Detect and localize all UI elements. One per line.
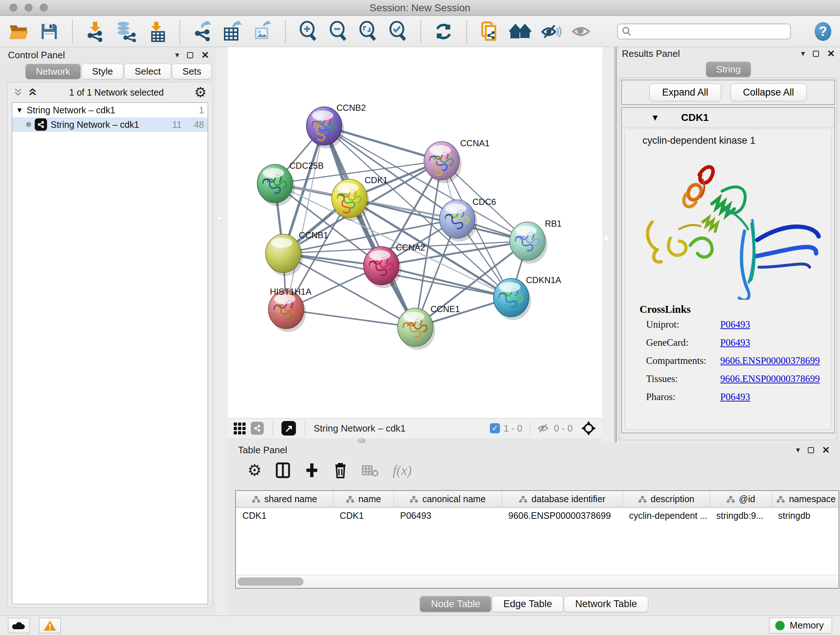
node-HIST1H1A[interactable]: HIST1H1A bbox=[268, 287, 311, 332]
maximize-panel-icon[interactable] bbox=[808, 447, 814, 453]
maximize-panel-icon[interactable] bbox=[187, 52, 193, 58]
import-network-database-button[interactable] bbox=[115, 20, 137, 43]
tab-edge-table[interactable]: Edge Table bbox=[492, 596, 563, 612]
table-cell[interactable]: 9606.ENSP00000378699 bbox=[502, 508, 622, 524]
column-header-description[interactable]: description bbox=[622, 491, 710, 507]
network-canvas[interactable]: CCNB2CCNA1CDC25BCDK1CDC6RB1CCNB1CCNA2CDK… bbox=[228, 47, 602, 418]
close-panel-icon[interactable]: ✕ bbox=[201, 50, 209, 61]
close-window-icon[interactable] bbox=[9, 4, 17, 11]
refresh-layout-button[interactable] bbox=[433, 20, 454, 43]
column-header-database-identifier[interactable]: database identifier bbox=[502, 491, 622, 507]
selected-counts: 1 - 0 bbox=[504, 423, 523, 434]
table-options-gear-icon[interactable]: ⚙ bbox=[248, 462, 262, 478]
zoom-fit-button[interactable] bbox=[358, 20, 378, 43]
table-cell[interactable]: CDK1 bbox=[333, 508, 393, 524]
node-CCNB2[interactable]: CCNB2 bbox=[306, 103, 366, 149]
export-image-button[interactable] bbox=[252, 20, 273, 43]
zoom-window-icon[interactable] bbox=[40, 4, 48, 11]
network-row[interactable]: String Network – cdk1 11 48 bbox=[12, 117, 208, 132]
table-cell[interactable]: P06493 bbox=[393, 508, 502, 524]
zoom-in-button[interactable] bbox=[298, 20, 319, 43]
close-panel-icon[interactable]: ✕ bbox=[822, 445, 830, 456]
cloud-status-button[interactable] bbox=[8, 618, 30, 633]
table-cell[interactable]: stringdb bbox=[772, 508, 839, 524]
node-CCNA1[interactable]: CCNA1 bbox=[424, 138, 489, 183]
warnings-button[interactable] bbox=[39, 618, 61, 633]
tab-network[interactable]: Network bbox=[25, 64, 81, 79]
fit-selected-crosshair-icon[interactable] bbox=[581, 420, 597, 436]
minimize-window-icon[interactable] bbox=[25, 4, 33, 11]
crosslink-value-link[interactable]: 9606.ENSP00000378699 bbox=[720, 355, 820, 366]
node-CCNE1[interactable]: CCNE1 bbox=[398, 304, 460, 350]
table-cell[interactable]: CDK1 bbox=[236, 508, 333, 524]
save-session-button[interactable] bbox=[39, 20, 60, 43]
table-horizontal-scrollbar[interactable] bbox=[236, 575, 838, 588]
right-splitter-handle[interactable] bbox=[604, 236, 608, 241]
tab-style[interactable]: Style bbox=[81, 64, 123, 79]
crosslink-value-link[interactable]: P06493 bbox=[720, 337, 750, 348]
crosslink-value-link[interactable]: P06493 bbox=[720, 319, 750, 330]
network-options-gear-icon[interactable]: ⚙ bbox=[194, 86, 207, 99]
network-view-title: String Network – cdk1 bbox=[314, 423, 406, 434]
left-splitter[interactable] bbox=[216, 47, 228, 616]
node-RB1[interactable]: RB1 bbox=[510, 219, 562, 264]
collapse-all-button[interactable]: Collapse All bbox=[730, 84, 807, 101]
copy-style-button[interactable] bbox=[479, 20, 500, 43]
tab-select[interactable]: Select bbox=[124, 64, 171, 79]
import-table-button[interactable] bbox=[147, 20, 167, 43]
node-CDC6[interactable]: CDC6 bbox=[439, 197, 496, 241]
help-button[interactable]: ? bbox=[815, 22, 831, 41]
birdseye-view-icon[interactable]: ↗ bbox=[281, 421, 296, 435]
string-view-icon[interactable] bbox=[251, 422, 264, 435]
hide-unhide-button[interactable] bbox=[541, 20, 562, 43]
expand-all-button[interactable]: Expand All bbox=[649, 84, 721, 101]
collapse-all-icon[interactable] bbox=[13, 88, 24, 97]
search-input[interactable] bbox=[635, 26, 786, 36]
memory-button[interactable]: Memory bbox=[769, 618, 832, 633]
tab-string[interactable]: String bbox=[706, 62, 752, 77]
table-cell[interactable]: cyclin-dependent ... bbox=[622, 508, 710, 524]
column-header-canonical-name[interactable]: canonical name bbox=[393, 491, 502, 507]
node-CCNA2[interactable]: CCNA2 bbox=[363, 242, 425, 288]
show-all-button[interactable] bbox=[571, 20, 592, 43]
network-collection-row[interactable]: ▼ String Network – cdk1 1 bbox=[12, 103, 208, 117]
section-collapse-icon[interactable]: ▼ bbox=[651, 112, 660, 123]
open-session-button[interactable] bbox=[9, 20, 30, 43]
column-header--id[interactable]: @id bbox=[710, 491, 772, 507]
export-table-button[interactable] bbox=[222, 20, 243, 43]
add-column-icon[interactable] bbox=[304, 462, 319, 478]
maximize-panel-icon[interactable] bbox=[813, 51, 819, 57]
column-header-shared-name[interactable]: shared name bbox=[236, 491, 333, 507]
delete-trash-icon[interactable] bbox=[333, 462, 347, 479]
close-panel-icon[interactable]: ✕ bbox=[827, 48, 835, 59]
float-panel-icon[interactable]: ▾ bbox=[796, 445, 800, 455]
export-network-button[interactable] bbox=[193, 20, 213, 43]
edge-CCNB2-CCNE1[interactable] bbox=[324, 126, 415, 327]
collection-collapse-icon[interactable]: ▼ bbox=[16, 106, 23, 114]
table-row[interactable]: CDK1CDK1P064939606.ENSP00000378699cyclin… bbox=[236, 508, 838, 524]
node-CDC25B[interactable]: CDC25B bbox=[257, 161, 324, 206]
show-columns-icon[interactable] bbox=[275, 462, 291, 478]
crosslink-value-link[interactable]: P06493 bbox=[720, 391, 750, 402]
tab-network-table[interactable]: Network Table bbox=[564, 596, 648, 612]
grid-view-icon[interactable] bbox=[234, 423, 246, 434]
table-cell[interactable]: stringdb:9... bbox=[710, 508, 772, 524]
scrollbar-thumb[interactable] bbox=[238, 578, 303, 586]
home-button[interactable] bbox=[509, 20, 531, 43]
column-header-namespace[interactable]: namespace bbox=[772, 491, 839, 507]
tab-sets[interactable]: Sets bbox=[172, 64, 212, 79]
right-splitter[interactable] bbox=[602, 47, 617, 442]
column-header-name[interactable]: name bbox=[333, 491, 393, 507]
float-panel-icon[interactable]: ▾ bbox=[801, 49, 805, 58]
node-CDKN1A[interactable]: CDKN1A bbox=[493, 275, 561, 320]
crosslink-value-link[interactable]: 9606.ENSP00000378699 bbox=[720, 373, 820, 385]
import-network-file-button[interactable] bbox=[85, 20, 106, 43]
float-panel-icon[interactable]: ▾ bbox=[175, 50, 179, 60]
node-section-header[interactable]: ▼ CDK1 bbox=[622, 108, 834, 127]
selected-items-checkbox-icon[interactable]: ✓ bbox=[490, 423, 500, 433]
zoom-out-button[interactable] bbox=[328, 20, 348, 43]
expand-all-icon[interactable] bbox=[28, 88, 39, 97]
left-splitter-handle[interactable] bbox=[218, 217, 221, 220]
tab-node-table[interactable]: Node Table bbox=[420, 596, 491, 612]
zoom-selected-button[interactable] bbox=[387, 20, 408, 43]
